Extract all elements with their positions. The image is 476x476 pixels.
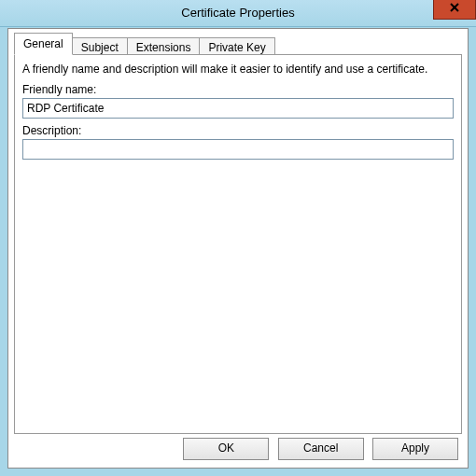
button-label: Apply bbox=[401, 441, 429, 455]
tab-label: Subject bbox=[81, 41, 119, 54]
dialog-button-row: OK Cancel Apply bbox=[177, 438, 458, 462]
tab-general[interactable]: General bbox=[14, 33, 73, 55]
window-title: Certificate Properties bbox=[0, 0, 476, 26]
apply-button[interactable]: Apply bbox=[372, 438, 458, 460]
friendly-name-input[interactable] bbox=[22, 98, 454, 119]
titlebar: Certificate Properties bbox=[0, 0, 476, 27]
friendly-name-label: Friendly name: bbox=[22, 83, 454, 96]
close-button[interactable] bbox=[433, 0, 476, 20]
instruction-text: A friendly name and description will mak… bbox=[22, 63, 454, 76]
button-label: OK bbox=[218, 441, 234, 455]
dialog-window: Certificate Properties GeneralSubjectExt… bbox=[0, 0, 476, 476]
close-icon bbox=[449, 2, 460, 13]
client-area: GeneralSubjectExtensionsPrivate Key A fr… bbox=[7, 28, 469, 469]
description-input[interactable] bbox=[22, 139, 454, 160]
tab-panel-general: A friendly name and description will mak… bbox=[14, 54, 462, 434]
description-label: Description: bbox=[22, 124, 454, 137]
tab-label: General bbox=[23, 37, 63, 50]
tab-label: Extensions bbox=[136, 41, 191, 54]
cancel-button[interactable]: Cancel bbox=[278, 438, 364, 460]
ok-button[interactable]: OK bbox=[183, 438, 269, 460]
tab-row: GeneralSubjectExtensionsPrivate Key bbox=[14, 35, 274, 55]
button-label: Cancel bbox=[303, 441, 338, 455]
tab-label: Private Key bbox=[208, 41, 265, 54]
